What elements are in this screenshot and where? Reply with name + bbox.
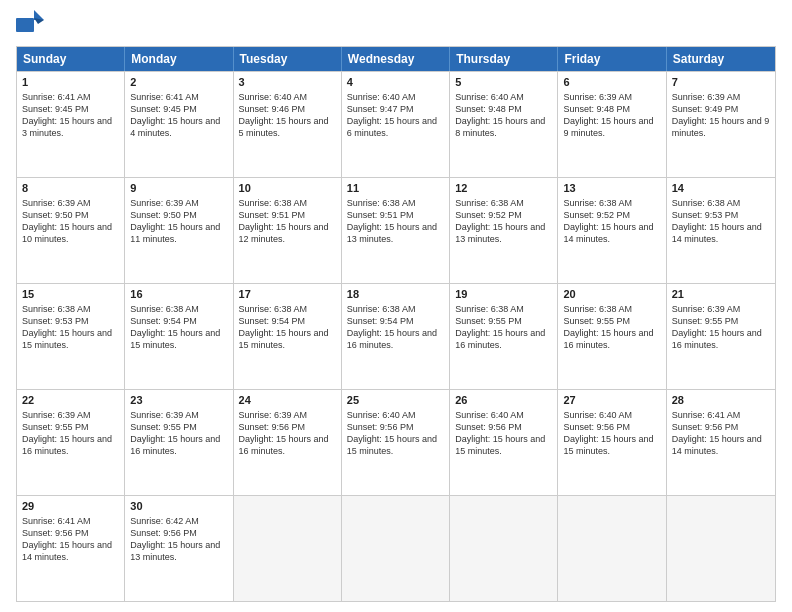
calendar-day-cell: 22Sunrise: 6:39 AM Sunset: 9:55 PM Dayli…	[17, 390, 125, 495]
day-details: Sunrise: 6:39 AM Sunset: 9:55 PM Dayligh…	[130, 409, 227, 458]
day-number: 16	[130, 287, 227, 302]
day-details: Sunrise: 6:38 AM Sunset: 9:54 PM Dayligh…	[239, 303, 336, 352]
day-details: Sunrise: 6:39 AM Sunset: 9:50 PM Dayligh…	[22, 197, 119, 246]
day-details: Sunrise: 6:40 AM Sunset: 9:47 PM Dayligh…	[347, 91, 444, 140]
day-number: 8	[22, 181, 119, 196]
header	[16, 10, 776, 40]
calendar-day-cell: 28Sunrise: 6:41 AM Sunset: 9:56 PM Dayli…	[667, 390, 775, 495]
day-number: 28	[672, 393, 770, 408]
day-details: Sunrise: 6:39 AM Sunset: 9:50 PM Dayligh…	[130, 197, 227, 246]
day-number: 3	[239, 75, 336, 90]
logo-icon	[16, 10, 44, 40]
day-details: Sunrise: 6:39 AM Sunset: 9:49 PM Dayligh…	[672, 91, 770, 140]
day-number: 24	[239, 393, 336, 408]
calendar-week-row: 15Sunrise: 6:38 AM Sunset: 9:53 PM Dayli…	[17, 283, 775, 389]
calendar-body: 1Sunrise: 6:41 AM Sunset: 9:45 PM Daylig…	[17, 71, 775, 601]
day-number: 6	[563, 75, 660, 90]
day-details: Sunrise: 6:39 AM Sunset: 9:48 PM Dayligh…	[563, 91, 660, 140]
calendar-day-cell: 24Sunrise: 6:39 AM Sunset: 9:56 PM Dayli…	[234, 390, 342, 495]
day-details: Sunrise: 6:39 AM Sunset: 9:55 PM Dayligh…	[672, 303, 770, 352]
calendar-week-row: 8Sunrise: 6:39 AM Sunset: 9:50 PM Daylig…	[17, 177, 775, 283]
calendar-day-cell: 29Sunrise: 6:41 AM Sunset: 9:56 PM Dayli…	[17, 496, 125, 601]
day-number: 25	[347, 393, 444, 408]
day-details: Sunrise: 6:38 AM Sunset: 9:55 PM Dayligh…	[563, 303, 660, 352]
calendar-day-cell: 12Sunrise: 6:38 AM Sunset: 9:52 PM Dayli…	[450, 178, 558, 283]
day-details: Sunrise: 6:41 AM Sunset: 9:56 PM Dayligh…	[22, 515, 119, 564]
calendar-day-cell: 19Sunrise: 6:38 AM Sunset: 9:55 PM Dayli…	[450, 284, 558, 389]
day-details: Sunrise: 6:41 AM Sunset: 9:45 PM Dayligh…	[22, 91, 119, 140]
calendar-week-row: 29Sunrise: 6:41 AM Sunset: 9:56 PM Dayli…	[17, 495, 775, 601]
day-number: 13	[563, 181, 660, 196]
calendar-day-cell: 27Sunrise: 6:40 AM Sunset: 9:56 PM Dayli…	[558, 390, 666, 495]
calendar-header-cell: Thursday	[450, 47, 558, 71]
day-number: 9	[130, 181, 227, 196]
calendar-day-cell: 17Sunrise: 6:38 AM Sunset: 9:54 PM Dayli…	[234, 284, 342, 389]
day-number: 4	[347, 75, 444, 90]
day-number: 17	[239, 287, 336, 302]
calendar-day-cell: 25Sunrise: 6:40 AM Sunset: 9:56 PM Dayli…	[342, 390, 450, 495]
day-details: Sunrise: 6:38 AM Sunset: 9:54 PM Dayligh…	[347, 303, 444, 352]
day-details: Sunrise: 6:38 AM Sunset: 9:51 PM Dayligh…	[347, 197, 444, 246]
calendar-day-cell: 3Sunrise: 6:40 AM Sunset: 9:46 PM Daylig…	[234, 72, 342, 177]
calendar-day-cell: 21Sunrise: 6:39 AM Sunset: 9:55 PM Dayli…	[667, 284, 775, 389]
calendar-day-cell: 6Sunrise: 6:39 AM Sunset: 9:48 PM Daylig…	[558, 72, 666, 177]
calendar-day-cell: 11Sunrise: 6:38 AM Sunset: 9:51 PM Dayli…	[342, 178, 450, 283]
day-number: 1	[22, 75, 119, 90]
page: SundayMondayTuesdayWednesdayThursdayFrid…	[0, 0, 792, 612]
calendar-day-cell: 20Sunrise: 6:38 AM Sunset: 9:55 PM Dayli…	[558, 284, 666, 389]
day-number: 21	[672, 287, 770, 302]
day-details: Sunrise: 6:41 AM Sunset: 9:45 PM Dayligh…	[130, 91, 227, 140]
day-details: Sunrise: 6:42 AM Sunset: 9:56 PM Dayligh…	[130, 515, 227, 564]
calendar-day-cell: 10Sunrise: 6:38 AM Sunset: 9:51 PM Dayli…	[234, 178, 342, 283]
day-details: Sunrise: 6:40 AM Sunset: 9:48 PM Dayligh…	[455, 91, 552, 140]
logo	[16, 10, 48, 40]
day-details: Sunrise: 6:38 AM Sunset: 9:53 PM Dayligh…	[22, 303, 119, 352]
day-details: Sunrise: 6:38 AM Sunset: 9:52 PM Dayligh…	[455, 197, 552, 246]
day-details: Sunrise: 6:39 AM Sunset: 9:56 PM Dayligh…	[239, 409, 336, 458]
day-details: Sunrise: 6:38 AM Sunset: 9:51 PM Dayligh…	[239, 197, 336, 246]
day-details: Sunrise: 6:38 AM Sunset: 9:54 PM Dayligh…	[130, 303, 227, 352]
calendar-day-cell	[450, 496, 558, 601]
calendar-header-cell: Tuesday	[234, 47, 342, 71]
calendar-header-cell: Friday	[558, 47, 666, 71]
calendar-day-cell: 23Sunrise: 6:39 AM Sunset: 9:55 PM Dayli…	[125, 390, 233, 495]
day-details: Sunrise: 6:40 AM Sunset: 9:56 PM Dayligh…	[347, 409, 444, 458]
calendar-week-row: 22Sunrise: 6:39 AM Sunset: 9:55 PM Dayli…	[17, 389, 775, 495]
day-details: Sunrise: 6:40 AM Sunset: 9:56 PM Dayligh…	[455, 409, 552, 458]
day-details: Sunrise: 6:38 AM Sunset: 9:53 PM Dayligh…	[672, 197, 770, 246]
day-number: 19	[455, 287, 552, 302]
day-number: 29	[22, 499, 119, 514]
calendar-day-cell: 26Sunrise: 6:40 AM Sunset: 9:56 PM Dayli…	[450, 390, 558, 495]
day-number: 23	[130, 393, 227, 408]
calendar-header-cell: Wednesday	[342, 47, 450, 71]
day-details: Sunrise: 6:38 AM Sunset: 9:52 PM Dayligh…	[563, 197, 660, 246]
day-number: 18	[347, 287, 444, 302]
calendar-day-cell: 15Sunrise: 6:38 AM Sunset: 9:53 PM Dayli…	[17, 284, 125, 389]
calendar-day-cell: 13Sunrise: 6:38 AM Sunset: 9:52 PM Dayli…	[558, 178, 666, 283]
day-number: 12	[455, 181, 552, 196]
calendar-day-cell: 1Sunrise: 6:41 AM Sunset: 9:45 PM Daylig…	[17, 72, 125, 177]
calendar-day-cell: 4Sunrise: 6:40 AM Sunset: 9:47 PM Daylig…	[342, 72, 450, 177]
calendar-day-cell	[342, 496, 450, 601]
day-number: 5	[455, 75, 552, 90]
calendar-header-cell: Monday	[125, 47, 233, 71]
calendar-day-cell: 18Sunrise: 6:38 AM Sunset: 9:54 PM Dayli…	[342, 284, 450, 389]
calendar-day-cell: 9Sunrise: 6:39 AM Sunset: 9:50 PM Daylig…	[125, 178, 233, 283]
day-number: 30	[130, 499, 227, 514]
day-number: 15	[22, 287, 119, 302]
calendar: SundayMondayTuesdayWednesdayThursdayFrid…	[16, 46, 776, 602]
calendar-header-cell: Saturday	[667, 47, 775, 71]
calendar-day-cell: 5Sunrise: 6:40 AM Sunset: 9:48 PM Daylig…	[450, 72, 558, 177]
day-number: 11	[347, 181, 444, 196]
day-details: Sunrise: 6:39 AM Sunset: 9:55 PM Dayligh…	[22, 409, 119, 458]
calendar-day-cell	[558, 496, 666, 601]
day-details: Sunrise: 6:40 AM Sunset: 9:46 PM Dayligh…	[239, 91, 336, 140]
day-details: Sunrise: 6:41 AM Sunset: 9:56 PM Dayligh…	[672, 409, 770, 458]
calendar-day-cell: 30Sunrise: 6:42 AM Sunset: 9:56 PM Dayli…	[125, 496, 233, 601]
day-number: 7	[672, 75, 770, 90]
day-number: 20	[563, 287, 660, 302]
svg-rect-0	[16, 18, 34, 32]
calendar-header-cell: Sunday	[17, 47, 125, 71]
calendar-day-cell: 14Sunrise: 6:38 AM Sunset: 9:53 PM Dayli…	[667, 178, 775, 283]
day-number: 27	[563, 393, 660, 408]
